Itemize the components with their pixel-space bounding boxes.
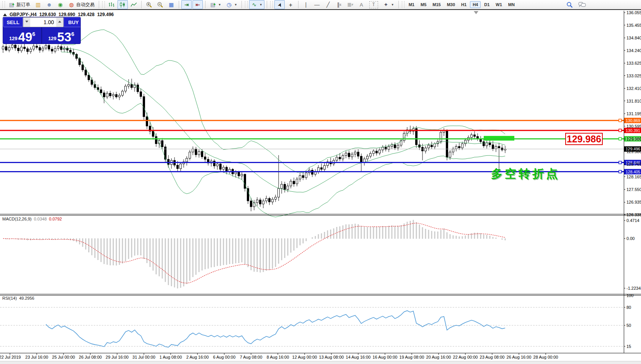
zoom-out-button[interactable]	[155, 0, 165, 9]
vertical-line-button[interactable]: |	[301, 0, 311, 9]
rsi-line	[46, 311, 505, 348]
tile-windows-button[interactable]: ▦	[166, 0, 176, 9]
indicators-icon: ∿	[251, 2, 258, 8]
cursor-button[interactable]: ➤	[274, 0, 285, 9]
open-value: 129.630	[39, 12, 56, 17]
text-icon: A	[358, 2, 365, 8]
timeframe-M30[interactable]: M30	[444, 1, 458, 8]
search-icon[interactable]	[566, 2, 573, 8]
bar-chart-button[interactable]	[106, 0, 117, 9]
svg-text:129.980: 129.980	[626, 137, 641, 141]
hline-130.869[interactable]: 130.869	[0, 118, 641, 123]
clock-icon: ◷	[226, 2, 232, 8]
candlestick-chart-button[interactable]	[117, 0, 128, 9]
svg-text:29 Jul 16:00: 29 Jul 16:00	[106, 355, 129, 359]
horizontal-line-button[interactable]: —	[312, 0, 322, 9]
svg-text:133.625: 133.625	[626, 61, 641, 65]
candlestick-chart-icon	[119, 2, 126, 8]
svg-text:128.165: 128.165	[626, 175, 641, 179]
svg-text:129.380: 129.380	[626, 149, 641, 154]
line-chart-button[interactable]	[129, 0, 139, 9]
hline-129.986[interactable]: 129.986	[0, 136, 641, 142]
chart-canvas[interactable]: 130.869130.391129.986128.846128.405129.4…	[0, 0, 641, 364]
svg-text:20 Aug 16:00: 20 Aug 16:00	[426, 355, 451, 359]
zoom-in-button[interactable]	[144, 0, 154, 9]
text-label-button[interactable]: T	[367, 0, 380, 9]
buy-price-prefix: 129	[48, 36, 57, 41]
svg-text:50: 50	[626, 323, 631, 328]
chart-shift-marker-icon[interactable]	[474, 11, 478, 14]
signals-button[interactable]: ◉	[55, 0, 65, 9]
crosshair-icon: +	[287, 2, 294, 8]
new-chart-button[interactable]: ▤+▼	[208, 0, 223, 9]
timeframe-H1[interactable]: H1	[458, 1, 469, 8]
timeframe-M5[interactable]: M5	[418, 1, 429, 8]
timeframe-M1[interactable]: M1	[406, 1, 417, 8]
crosshair-button[interactable]: +	[285, 0, 296, 9]
hline-128.846[interactable]: 128.846	[0, 160, 641, 165]
chat-icon[interactable]	[578, 2, 586, 8]
macd-name: MACD(12,26,9)	[2, 217, 31, 221]
sell-price-prefix: 129	[9, 36, 18, 41]
svg-text:131.810: 131.810	[626, 99, 641, 103]
sell-button[interactable]: SELL	[3, 17, 23, 27]
timeframe-MN[interactable]: MN	[506, 1, 517, 8]
svg-text:80: 80	[626, 305, 631, 310]
svg-text:126.335: 126.335	[626, 212, 641, 217]
svg-text:7 Aug 08:00: 7 Aug 08:00	[240, 355, 263, 359]
chart-shift-button[interactable]: ⇤	[192, 0, 203, 9]
svg-text:126.935: 126.935	[626, 200, 641, 204]
toolbar: ▤+ 新订单 ▥ ☻ ◉ ◍ 自动交易 ▦ ⇥ ⇤ ▤+▼	[0, 0, 641, 10]
svg-text:23 Aug 08:00: 23 Aug 08:00	[480, 355, 505, 359]
sell-price-display[interactable]: 129 49 6	[3, 27, 41, 44]
timeframe-M15[interactable]: M15	[430, 1, 443, 8]
timeframe-W1[interactable]: W1	[493, 1, 505, 8]
price-callout-box[interactable]: 129.986	[565, 133, 603, 145]
arrows-button[interactable]: ✦▼	[381, 0, 396, 9]
timeframe-D1[interactable]: D1	[481, 1, 492, 8]
profiles-button[interactable]: ☻	[44, 0, 54, 9]
line-chart-icon	[130, 2, 137, 8]
text-button[interactable]: A	[356, 0, 367, 9]
mt4-window: ▤+ 新订单 ▥ ☻ ◉ ◍ 自动交易 ▦ ⇥ ⇤ ▤+▼	[0, 0, 641, 364]
volume-stepper	[23, 17, 64, 27]
high-value: 129.690	[59, 12, 75, 17]
hline-130.391[interactable]: 130.391	[0, 128, 641, 133]
timeframe-group: M1M5M15M30H1H4D1W1MN	[406, 1, 517, 8]
buy-price-display[interactable]: 129 53 6	[42, 27, 80, 44]
svg-text:22 Jul 2019: 22 Jul 2019	[0, 355, 21, 359]
svg-text:15: 15	[626, 344, 631, 349]
channel-button[interactable]: ∥E	[334, 0, 344, 9]
svg-text:6 Aug 00:00: 6 Aug 00:00	[213, 355, 236, 359]
svg-text:26 Jul 08:00: 26 Jul 08:00	[79, 355, 102, 359]
trendline-button[interactable]: ╱	[323, 0, 333, 9]
indicators-button[interactable]: ∿▼	[249, 0, 264, 9]
volume-decrease-button[interactable]	[23, 18, 30, 27]
svg-text:25 Jul 00:00: 25 Jul 00:00	[52, 355, 75, 359]
market-watch-button[interactable]: ▥	[33, 0, 43, 9]
new-order-button[interactable]: ▤+ 新订单	[7, 0, 32, 9]
new-chart-icon: ▤+	[210, 2, 216, 8]
fibonacci-button[interactable]: ≣F	[345, 0, 356, 9]
vertical-line-icon: |	[303, 2, 309, 8]
collapse-panel-arrow-icon[interactable]	[3, 13, 7, 16]
one-click-trading-panel: SELL BUY 129 49 6 129 53 6	[3, 17, 80, 44]
auto-trading-button[interactable]: ◍ 自动交易	[66, 0, 96, 9]
macd-indicator-label: MACD(12,26,9)0.03480.0792	[2, 217, 62, 221]
macd-signal-value: 0.0792	[49, 217, 62, 221]
volume-increase-button[interactable]	[56, 18, 63, 27]
svg-text:130.869: 130.869	[626, 118, 640, 123]
svg-text:136.055: 136.055	[626, 10, 641, 15]
svg-text:132.410: 132.410	[626, 86, 641, 91]
chart-annotation-text: 多空转折点	[491, 166, 560, 182]
svg-text:28 Aug 00:00: 28 Aug 00:00	[533, 355, 558, 359]
buy-button[interactable]: BUY	[64, 17, 80, 27]
dropdown-arrow-icon: ▼	[234, 3, 237, 7]
volume-input[interactable]	[30, 18, 56, 27]
timeframe-H4[interactable]: H4	[470, 1, 481, 8]
main-price-panel: 130.869130.391129.986128.846128.405129.4…	[0, 30, 641, 217]
toolbar-grip[interactable]	[2, 1, 5, 8]
periods-button[interactable]: ◷▼	[224, 0, 239, 9]
auto-scroll-button[interactable]: ⇥	[181, 0, 192, 9]
profile-icon: ☻	[46, 2, 52, 8]
